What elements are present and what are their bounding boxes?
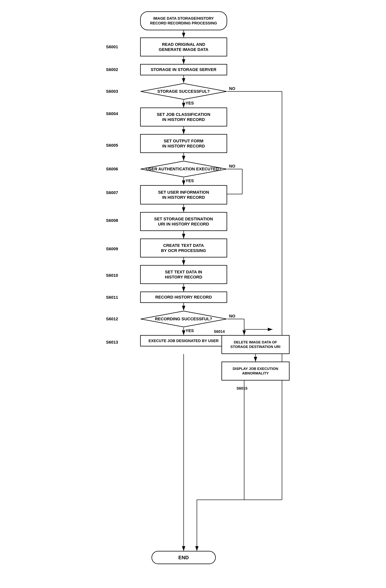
svg-text:NO: NO [229, 164, 235, 168]
node-s6013: EXECUTE JOB DESIGNATED BY USER [140, 335, 227, 346]
label-s6012: S6012 [106, 316, 118, 321]
label-s6015: S6015 [237, 386, 248, 391]
label-s6002: S6002 [106, 67, 118, 72]
title-node: IMAGE DATA STORAGE/HISTORY RECORD RECORD… [140, 11, 227, 30]
label-s6007: S6007 [106, 190, 118, 195]
label-s6003: S6003 [106, 89, 118, 94]
node-s6010: SET TEXT DATA IN HISTORY RECORD [140, 265, 227, 284]
node-s6005: SET OUTPUT FORM IN HISTORY RECORD [140, 134, 227, 153]
node-s6015: DISPLAY JOB EXECUTION ABNORMALITY [221, 362, 290, 380]
node-s6011: RECORD HISTORY RECORD [140, 292, 227, 303]
node-s6003: STORAGE SUCCESSFUL? [140, 83, 227, 100]
node-s6007: SET USER INFORMATION IN HISTORY RECORD [140, 185, 227, 205]
label-s6010: S6010 [106, 273, 118, 278]
svg-text:NO: NO [229, 314, 235, 318]
node-s6006: USER AUTHENTICATION EXECUTED? [140, 161, 227, 178]
label-s6014: S6014 [214, 329, 225, 334]
label-s6005: S6005 [106, 143, 118, 148]
svg-text:YES: YES [186, 101, 194, 105]
label-s6004: S6004 [106, 111, 118, 116]
node-s6012: RECORDING SUCCESSFUL? [140, 311, 227, 328]
label-s6006: S6006 [106, 167, 118, 171]
label-s6001: S6001 [106, 44, 118, 49]
node-s6001: READ ORIGINAL AND GENERATE IMAGE DATA [140, 38, 227, 56]
svg-text:YES: YES [186, 328, 194, 333]
node-s6002: STORAGE IN STORAGE SERVER [140, 64, 227, 75]
node-s6008: SET STORAGE DESTINATION URI IN HISTORY R… [140, 212, 227, 231]
svg-text:YES: YES [186, 178, 194, 183]
svg-text:NO: NO [229, 86, 235, 91]
node-s6009: CREATE TEXT DATA BY OCR PROCESSING [140, 238, 227, 257]
label-s6008: S6008 [106, 218, 118, 223]
label-s6013: S6013 [106, 340, 118, 345]
node-s6014: DELETE IMAGE DATA OF STORAGE DESTINATION… [221, 335, 290, 354]
label-s6011: S6011 [106, 295, 118, 300]
end-node: END [152, 551, 216, 564]
node-s6004: SET JOB CLASSIFICATION IN HISTORY RECORD [140, 107, 227, 126]
label-s6009: S6009 [106, 247, 118, 252]
